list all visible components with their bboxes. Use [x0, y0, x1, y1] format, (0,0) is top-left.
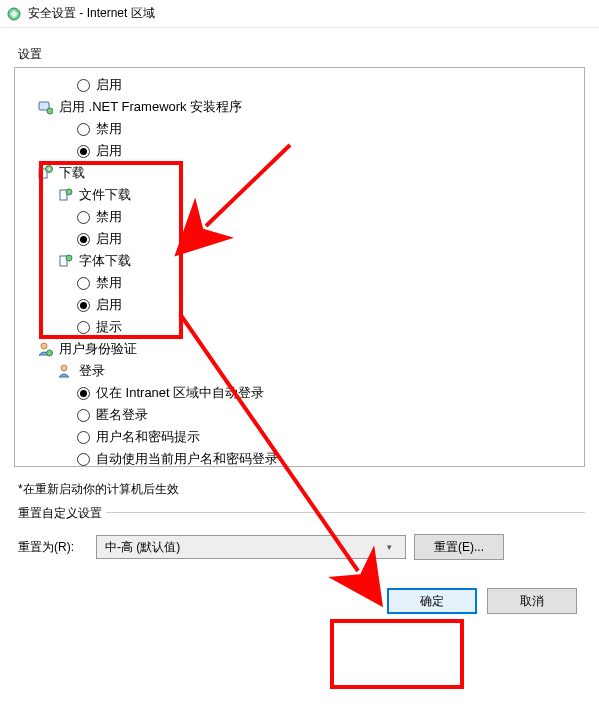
radio-label: 启用 — [96, 296, 122, 314]
tree-radio-font-enable[interactable]: 启用 — [19, 294, 580, 316]
tree-subcat-label: 文件下载 — [79, 186, 131, 204]
reset-combo[interactable]: 中-高 (默认值) ▾ — [96, 535, 406, 559]
svg-point-8 — [66, 255, 72, 261]
login-icon — [57, 363, 73, 379]
radio-label: 启用 — [96, 142, 122, 160]
tree-radio-nf-disable[interactable]: 禁用 — [19, 118, 580, 140]
radio-icon — [77, 233, 90, 246]
tree-subcat-font-download[interactable]: 字体下载 — [19, 250, 580, 272]
radio-label: 自动使用当前用户名和密码登录 — [96, 450, 278, 467]
svg-point-9 — [41, 343, 47, 349]
tree-cat-label: 启用 .NET Framework 安装程序 — [59, 98, 242, 116]
radio-label: 启用 — [96, 230, 122, 248]
chevron-down-icon: ▾ — [387, 542, 397, 552]
radio-label: 匿名登录 — [96, 406, 148, 424]
tree-radio-file-enable[interactable]: 启用 — [19, 228, 580, 250]
security-icon — [6, 6, 22, 22]
radio-icon — [77, 387, 90, 400]
radio-icon — [77, 79, 90, 92]
radio-label: 启用 — [96, 76, 122, 94]
tree-subcat-file-download[interactable]: 文件下载 — [19, 184, 580, 206]
tree-radio-file-disable[interactable]: 禁用 — [19, 206, 580, 228]
cancel-button[interactable]: 取消 — [487, 588, 577, 614]
reset-section: 重置自定义设置 重置为(R): 中-高 (默认值) ▾ 重置(E)... — [14, 512, 585, 570]
reset-combo-value: 中-高 (默认值) — [105, 539, 180, 556]
tree-cat-label: 用户身份验证 — [59, 340, 137, 358]
reset-legend: 重置自定义设置 — [14, 505, 106, 522]
reset-label: 重置为(R): — [18, 539, 88, 556]
tree-radio-login-intranet[interactable]: 仅在 Intranet 区域中自动登录 — [19, 382, 580, 404]
radio-label: 提示 — [96, 318, 122, 336]
radio-icon — [77, 277, 90, 290]
svg-point-10 — [47, 350, 53, 356]
tree-radio-enable-top[interactable]: 启用 — [19, 74, 580, 96]
radio-icon — [77, 145, 90, 158]
annotation-box-ok — [330, 619, 464, 689]
ok-button[interactable]: 确定 — [387, 588, 477, 614]
tree-subcat-login[interactable]: 登录 — [19, 360, 580, 382]
tree-radio-login-prompt[interactable]: 用户名和密码提示 — [19, 426, 580, 448]
radio-label: 仅在 Intranet 区域中自动登录 — [96, 384, 264, 402]
tree-radio-font-prompt[interactable]: 提示 — [19, 316, 580, 338]
radio-label: 禁用 — [96, 120, 122, 138]
svg-point-6 — [66, 189, 72, 195]
radio-icon — [77, 431, 90, 444]
settings-label: 设置 — [14, 38, 585, 67]
dialog-buttons: 确定 取消 — [14, 570, 585, 618]
radio-label: 用户名和密码提示 — [96, 428, 200, 446]
download-icon — [37, 165, 53, 181]
netframework-icon — [37, 99, 53, 115]
window-title: 安全设置 - Internet 区域 — [28, 5, 155, 22]
svg-point-2 — [47, 108, 53, 114]
radio-icon — [77, 321, 90, 334]
titlebar: 安全设置 - Internet 区域 — [0, 0, 599, 28]
radio-icon — [77, 299, 90, 312]
radio-icon — [77, 123, 90, 136]
tree-radio-login-anon[interactable]: 匿名登录 — [19, 404, 580, 426]
radio-icon — [77, 211, 90, 224]
radio-icon — [77, 409, 90, 422]
tree-cat-auth[interactable]: 用户身份验证 — [19, 338, 580, 360]
tree-radio-login-auto[interactable]: 自动使用当前用户名和密码登录 — [19, 448, 580, 467]
font-download-icon — [57, 253, 73, 269]
radio-icon — [77, 453, 90, 466]
tree-cat-download[interactable]: 下载 — [19, 162, 580, 184]
settings-tree[interactable]: 启用 启用 .NET Framework 安装程序 禁用 启用 — [14, 67, 585, 467]
radio-label: 禁用 — [96, 208, 122, 226]
auth-icon — [37, 341, 53, 357]
restart-note: *在重新启动你的计算机后生效 — [14, 467, 585, 502]
svg-point-11 — [61, 365, 67, 371]
reset-button[interactable]: 重置(E)... — [414, 534, 504, 560]
radio-label: 禁用 — [96, 274, 122, 292]
tree-subcat-label: 登录 — [79, 362, 105, 380]
tree-cat-label: 下载 — [59, 164, 85, 182]
file-download-icon — [57, 187, 73, 203]
tree-cat-netframework[interactable]: 启用 .NET Framework 安装程序 — [19, 96, 580, 118]
tree-radio-nf-enable[interactable]: 启用 — [19, 140, 580, 162]
tree-subcat-label: 字体下载 — [79, 252, 131, 270]
tree-radio-font-disable[interactable]: 禁用 — [19, 272, 580, 294]
